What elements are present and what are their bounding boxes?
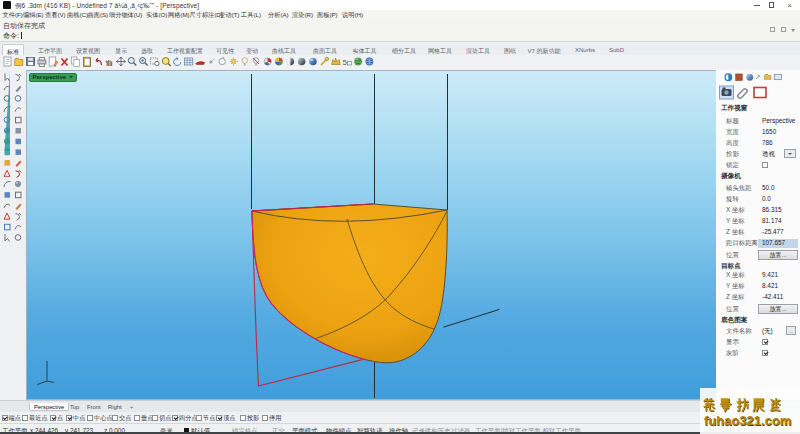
svg-text:5: 5 <box>343 58 348 67</box>
